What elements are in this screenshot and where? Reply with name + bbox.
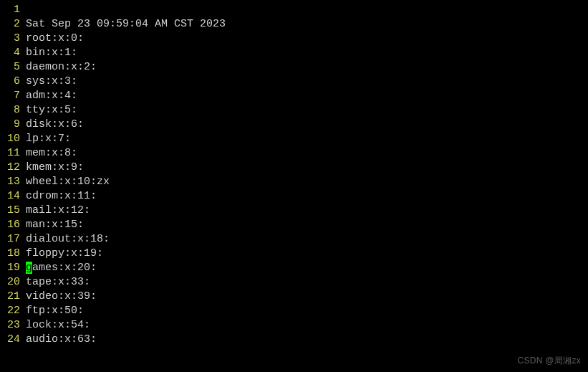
line-content[interactable]: games:x:20: [26,261,97,275]
editor-line[interactable]: 15mail:x:12: [0,204,588,218]
editor-line[interactable]: 1 [0,3,588,17]
line-number: 15 [0,204,26,218]
editor-line[interactable]: 12kmem:x:9: [0,161,588,175]
line-content[interactable]: floppy:x:19: [26,247,103,261]
editor-line[interactable]: 8tty:x:5: [0,103,588,118]
line-number: 6 [0,75,26,89]
line-number: 13 [0,175,26,189]
line-content[interactable]: dialout:x:18: [26,232,110,247]
line-number: 18 [0,247,26,261]
line-number: 16 [0,218,26,232]
line-content[interactable]: disk:x:6: [26,118,84,132]
editor-line[interactable]: 10lp:x:7: [0,132,588,146]
editor-line[interactable]: 20tape:x:33: [0,275,588,290]
cursor: g [26,262,32,274]
editor-line[interactable]: 18floppy:x:19: [0,247,588,261]
editor-line[interactable]: 22ftp:x:50: [0,304,588,318]
watermark: CSDN @周湘zx [517,353,581,368]
line-content[interactable]: tape:x:33: [26,275,90,290]
line-content[interactable]: wheel:x:10:zx [26,175,110,189]
line-content[interactable]: video:x:39: [26,290,97,304]
line-number: 19 [0,261,26,275]
line-number: 9 [0,118,26,132]
editor-line[interactable]: 9disk:x:6: [0,118,588,132]
line-number: 1 [0,3,26,17]
line-content[interactable]: lock:x:54: [26,318,90,333]
editor-line[interactable]: 7adm:x:4: [0,89,588,103]
line-content[interactable]: ftp:x:50: [26,304,84,318]
line-number: 24 [0,333,26,347]
line-content[interactable]: daemon:x:2: [26,60,97,75]
editor-line[interactable]: 11mem:x:8: [0,146,588,161]
line-content[interactable]: mem:x:8: [26,146,77,161]
line-content[interactable]: audio:x:63: [26,333,97,347]
editor-line[interactable]: 2Sat Sep 23 09:59:04 AM CST 2023 [0,17,588,32]
line-number: 4 [0,46,26,60]
editor-line[interactable]: 23lock:x:54: [0,318,588,333]
editor-line[interactable]: 24audio:x:63: [0,333,588,347]
line-content[interactable]: adm:x:4: [26,89,77,103]
line-content[interactable]: man:x:15: [26,218,84,232]
editor-line[interactable]: 19games:x:20: [0,261,588,275]
line-number: 8 [0,103,26,118]
editor-line[interactable]: 6sys:x:3: [0,75,588,89]
line-number: 23 [0,318,26,333]
line-content[interactable]: sys:x:3: [26,75,77,89]
line-number: 10 [0,132,26,146]
line-number: 20 [0,275,26,290]
editor-line[interactable]: 21video:x:39: [0,290,588,304]
line-number: 17 [0,232,26,247]
line-content[interactable]: mail:x:12: [26,204,90,218]
line-number: 3 [0,32,26,46]
line-content[interactable]: cdrom:x:11: [26,189,97,204]
line-content[interactable]: bin:x:1: [26,46,77,60]
line-number: 22 [0,304,26,318]
text-editor[interactable]: 12Sat Sep 23 09:59:04 AM CST 20233root:x… [0,0,588,347]
line-number: 2 [0,17,26,32]
line-number: 7 [0,89,26,103]
line-content[interactable]: root:x:0: [26,32,84,46]
line-number: 5 [0,60,26,75]
editor-line[interactable]: 14cdrom:x:11: [0,189,588,204]
editor-line[interactable]: 4bin:x:1: [0,46,588,60]
line-number: 14 [0,189,26,204]
line-number: 11 [0,146,26,161]
editor-line[interactable]: 3root:x:0: [0,32,588,46]
line-content[interactable]: kmem:x:9: [26,161,84,175]
line-content[interactable]: lp:x:7: [26,132,71,146]
line-number: 21 [0,290,26,304]
line-content[interactable]: Sat Sep 23 09:59:04 AM CST 2023 [26,17,226,32]
editor-line[interactable]: 17dialout:x:18: [0,232,588,247]
editor-line[interactable]: 16man:x:15: [0,218,588,232]
editor-line[interactable]: 5daemon:x:2: [0,60,588,75]
line-content[interactable]: tty:x:5: [26,103,77,118]
editor-line[interactable]: 13wheel:x:10:zx [0,175,588,189]
line-number: 12 [0,161,26,175]
